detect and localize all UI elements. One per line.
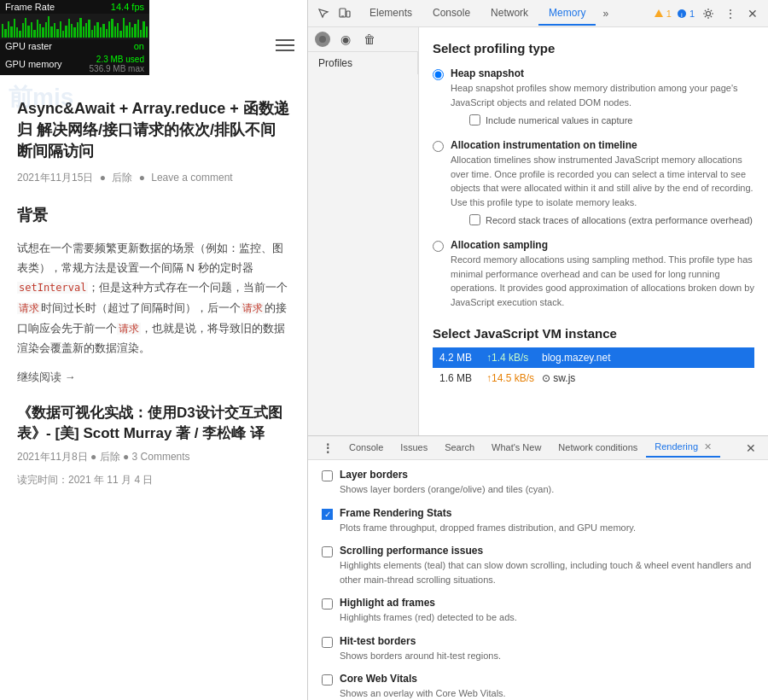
graph-bar xyxy=(125,26,127,38)
graph-bar xyxy=(68,19,70,38)
radio-heap-input[interactable] xyxy=(433,69,444,80)
graph-bar xyxy=(54,23,55,38)
hit-test-borders-checkbox[interactable] xyxy=(322,637,333,648)
memory-panel-body: ◉ 🗑 Profiles Select profiling type Heap … xyxy=(308,27,768,435)
graph-bar xyxy=(129,22,131,38)
graph-bar xyxy=(56,29,58,38)
hit-test-borders-label: Hit-test borders xyxy=(340,635,501,647)
bottom-tab-network-conditions[interactable]: Network conditions xyxy=(550,439,646,458)
graph-bar xyxy=(100,27,102,38)
rendering-content: Layer borders Shows layer borders (orang… xyxy=(308,460,768,700)
bottom-tab-whatsnew[interactable]: What's New xyxy=(483,439,550,458)
alloc-checkbox-label: Record stack traces of allocations (extr… xyxy=(486,215,753,225)
post1-meta: 2021年11月15日 ● 后除 ● Leave a comment xyxy=(17,170,290,186)
bottom-tab-rendering[interactable]: Rendering ✕ xyxy=(646,438,720,458)
radio-sampling-input[interactable] xyxy=(433,241,444,252)
device-icon[interactable] xyxy=(335,5,352,22)
more-options-icon[interactable]: ⋮ xyxy=(722,5,739,22)
graph-bar xyxy=(134,24,136,38)
post2-meta: 2021年11月8日 ● 后除 ● 3 Comments xyxy=(17,449,290,465)
bottom-tab-search[interactable]: Search xyxy=(436,439,483,458)
post2-date: 2021年11月8日 xyxy=(17,451,88,463)
vm-row-0[interactable]: 4.2 MB ↑1.4 kB/s blog.mazey.net xyxy=(433,347,754,368)
graph-bar xyxy=(106,29,108,38)
close-drawer-button[interactable]: ✕ xyxy=(741,441,761,455)
record-button[interactable] xyxy=(315,32,330,47)
gpu-memory-values: 2.3 MB used 536.9 MB max xyxy=(90,55,144,73)
scrolling-issues-checkbox[interactable] xyxy=(322,546,333,557)
highlight-ad-frames-checkbox[interactable] xyxy=(322,598,333,610)
alloc-checkbox[interactable] xyxy=(469,214,480,225)
vm-name-1: ⊙ sw.js xyxy=(542,372,575,384)
radio-heap-desc: Heap snapshot profiles show memory distr… xyxy=(451,81,754,109)
inspect-icon[interactable] xyxy=(315,5,332,22)
vm-instances: 4.2 MB ↑1.4 kB/s blog.mazey.net 1.6 MB ↑… xyxy=(433,347,754,388)
memory-toolbar: ◉ 🗑 xyxy=(308,27,418,52)
radio-allocation-input[interactable] xyxy=(433,141,444,152)
graph-bar xyxy=(123,18,125,38)
close-devtools-icon[interactable]: ✕ xyxy=(744,5,761,22)
graph-bar xyxy=(8,21,9,38)
layer-borders-label: Layer borders xyxy=(340,469,554,481)
post1-category[interactable]: 后除 xyxy=(112,172,132,184)
rendering-item-1: Frame Rendering Stats Plots frame throug… xyxy=(322,507,754,535)
rendering-item-5: Core Web Vitals Shows an overlay with Co… xyxy=(322,673,754,700)
layer-borders-desc: Shows layer borders (orange/olive) and t… xyxy=(340,482,554,497)
rendering-text-2: Scrolling performance issues Highlights … xyxy=(340,545,754,586)
menu-icon[interactable] xyxy=(276,36,294,55)
read-more-link[interactable]: 继续阅读 → xyxy=(17,370,76,383)
tab-elements[interactable]: Elements xyxy=(359,2,422,26)
graph-bar xyxy=(77,22,79,38)
post2-category[interactable]: 后除 xyxy=(100,451,120,463)
rendering-tab-close[interactable]: ✕ xyxy=(704,441,712,452)
vm-row-1[interactable]: 1.6 MB ↑14.5 kB/s ⊙ sw.js xyxy=(433,368,754,388)
clear-button[interactable]: 🗑 xyxy=(361,31,378,48)
radio-heap: Heap snapshot Heap snapshot profiles sho… xyxy=(433,67,754,131)
graph-bar xyxy=(31,22,32,38)
drawer-dots[interactable]: ⋮ xyxy=(315,438,340,458)
devtools-tabs: Elements Console Network Memory » xyxy=(359,2,654,26)
code-request1: 请求 xyxy=(17,302,41,314)
memory-main: Select profiling type Heap snapshot Heap… xyxy=(419,27,768,435)
highlight-ad-frames-label: Highlight ad frames xyxy=(340,597,517,609)
sidebar-item-profiles[interactable]: Profiles xyxy=(308,52,417,74)
tab-console[interactable]: Console xyxy=(422,2,480,26)
frame-rate-value: 14.4 fps xyxy=(111,2,144,12)
frame-rendering-checkbox[interactable] xyxy=(322,509,333,520)
tab-more[interactable]: » xyxy=(596,3,615,25)
devtools-topbar-icons xyxy=(315,5,352,22)
rendering-item-2: Scrolling performance issues Highlights … xyxy=(322,545,754,586)
bottom-tabs: ⋮ Console Issues Search What's New Netwo… xyxy=(308,436,768,460)
heap-checkbox-row: Include numerical values in capture xyxy=(469,114,754,125)
layer-borders-checkbox[interactable] xyxy=(322,470,333,481)
tab-memory[interactable]: Memory xyxy=(538,2,596,26)
graph-bar xyxy=(102,24,104,38)
vm-rate-1: ↑14.5 kB/s xyxy=(486,372,542,384)
svg-text:i: i xyxy=(681,11,683,19)
rendering-text-0: Layer borders Shows layer borders (orang… xyxy=(340,469,554,497)
post1-comment[interactable]: Leave a comment xyxy=(151,172,232,184)
graph-bar xyxy=(114,26,116,38)
svg-rect-1 xyxy=(346,11,350,17)
vm-rate-0: ↑1.4 kB/s xyxy=(486,352,542,364)
rendering-item-4: Hit-test borders Shows borders around hi… xyxy=(322,635,754,663)
radio-allocation-desc: Allocation timelines show instrumented J… xyxy=(451,153,754,209)
core-web-vitals-checkbox[interactable] xyxy=(322,674,333,685)
info-badge: i 1 xyxy=(677,9,695,19)
stop-button[interactable]: ◉ xyxy=(337,31,354,48)
blog-watermark: 前mis xyxy=(9,81,73,114)
tab-network[interactable]: Network xyxy=(480,2,538,26)
section-heading: 背景 xyxy=(17,203,290,228)
graph-bar xyxy=(73,27,75,38)
bottom-tab-issues[interactable]: Issues xyxy=(392,439,436,458)
post2-comment[interactable]: 3 Comments xyxy=(132,451,190,463)
post1-date: 2021年11月15日 xyxy=(17,172,93,184)
bottom-tab-console[interactable]: Console xyxy=(340,439,392,458)
devtools-topbar: Elements Console Network Memory » 1 i 1 xyxy=(308,0,768,27)
highlight-ad-frames-desc: Highlights frames (red) detected to be a… xyxy=(340,610,517,625)
graph-bar xyxy=(62,31,64,38)
graph-bar xyxy=(14,19,15,38)
core-web-vitals-label: Core Web Vitals xyxy=(340,673,506,685)
settings-icon[interactable] xyxy=(700,5,717,22)
heap-checkbox[interactable] xyxy=(469,114,480,125)
